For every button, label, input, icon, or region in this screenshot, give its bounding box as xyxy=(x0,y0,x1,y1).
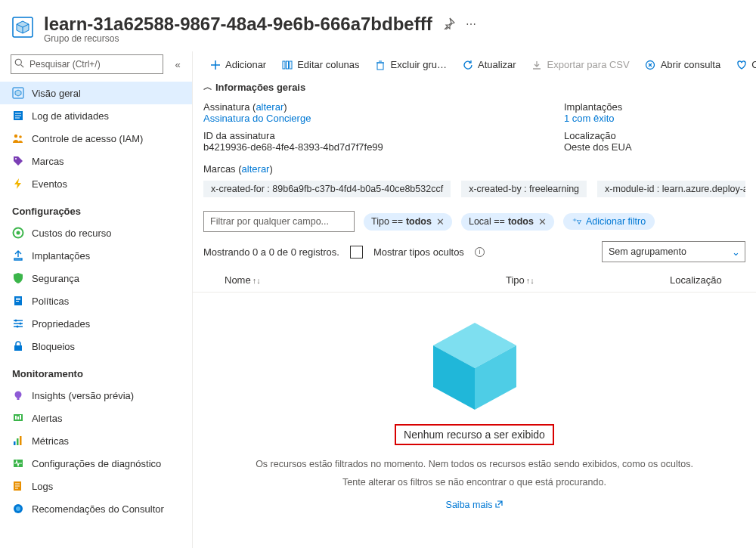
svg-rect-33 xyxy=(14,441,16,445)
sidebar-item-iam[interactable]: Controle de acesso (IAM) xyxy=(0,127,192,150)
svg-point-13 xyxy=(15,158,17,159)
sidebar-item-label: Bloqueios xyxy=(32,341,75,352)
svg-point-3 xyxy=(15,59,21,65)
svg-point-11 xyxy=(14,135,17,138)
sidebar-item-label: Visão geral xyxy=(32,88,81,99)
sidebar-item-cost[interactable]: Custos do recurso xyxy=(0,221,192,244)
sidebar-item-label: Configurações de diagnóstico xyxy=(32,458,161,469)
add-button[interactable]: Adicionar xyxy=(203,56,272,73)
sidebar-item-security[interactable]: Segurança xyxy=(0,267,192,289)
essentials-panel: ︿ Informações gerais Assinatura (alterar… xyxy=(193,78,756,205)
more-icon[interactable]: ⋯ xyxy=(466,18,476,30)
change-tags-link[interactable]: alterar xyxy=(242,163,270,175)
sidebar-item-label: Custos do recurso xyxy=(32,228,112,239)
sidebar-item-label: Marcas xyxy=(32,156,64,167)
svg-marker-6 xyxy=(15,90,21,96)
chevron-down-icon: ⌄ xyxy=(732,246,740,258)
tag-pill[interactable]: x-module-id : learn.azure.deploy-az xyxy=(597,181,745,197)
shield-icon xyxy=(12,272,24,284)
close-icon[interactable]: ✕ xyxy=(537,216,547,228)
comment-button[interactable]: Coment… xyxy=(730,56,756,73)
sidebar-item-locks[interactable]: Bloqueios xyxy=(0,335,192,358)
sidebar-item-activity-log[interactable]: Log de atividades xyxy=(0,104,192,127)
sidebar-search-input[interactable] xyxy=(11,54,163,74)
open-query-button[interactable]: Abrir consulta xyxy=(639,56,727,73)
logs-icon xyxy=(12,480,24,492)
collapse-sidebar-button[interactable]: « xyxy=(171,59,184,70)
column-name[interactable]: Nome↑↓ xyxy=(203,274,506,286)
delete-button[interactable]: Excluir gru… xyxy=(369,56,453,73)
essentials-toggle[interactable]: ︿ Informações gerais xyxy=(203,81,305,94)
sidebar-item-properties[interactable]: Propriedades xyxy=(0,312,192,335)
subscription-link[interactable]: Assinatura do Concierge xyxy=(203,113,311,124)
sidebar-item-events[interactable]: Eventos xyxy=(0,172,192,195)
svg-rect-17 xyxy=(16,298,20,299)
filter-pill-type[interactable]: Tipo == todos✕ xyxy=(364,213,452,231)
sidebar-item-policies[interactable]: Políticas xyxy=(0,289,192,312)
sidebar-item-label: Logs xyxy=(32,481,53,492)
download-icon xyxy=(531,59,543,70)
column-type[interactable]: Tipo↑↓ xyxy=(506,274,670,286)
sidebar-item-diagnostics[interactable]: Configurações de diagnóstico xyxy=(0,452,192,475)
sidebar-item-tags[interactable]: Marcas xyxy=(0,150,192,172)
resource-group-icon xyxy=(11,15,35,39)
sidebar-item-insights[interactable]: Insights (versão prévia) xyxy=(0,384,192,407)
svg-rect-18 xyxy=(16,299,20,300)
svg-point-15 xyxy=(17,231,20,235)
sidebar-item-metrics[interactable]: Métricas xyxy=(0,429,192,452)
svg-point-25 xyxy=(17,326,19,328)
properties-icon xyxy=(12,317,24,330)
pin-icon[interactable] xyxy=(443,17,455,32)
sidebar-section-monitoring: Monitoramento xyxy=(0,358,192,384)
sidebar-item-advisor[interactable]: Recomendações do Consultor xyxy=(0,497,192,520)
sidebar-section-settings: Configurações xyxy=(0,195,192,221)
refresh-icon xyxy=(462,59,473,70)
close-icon[interactable]: ✕ xyxy=(435,216,445,228)
info-icon[interactable]: i xyxy=(475,247,485,257)
tag-icon xyxy=(12,155,24,167)
sidebar-item-label: Implantações xyxy=(32,250,90,262)
svg-rect-35 xyxy=(20,436,22,445)
insights-icon xyxy=(12,389,24,401)
refresh-button[interactable]: Atualizar xyxy=(456,56,522,73)
sidebar-item-label: Segurança xyxy=(32,273,79,284)
diagnostics-icon xyxy=(12,457,24,469)
column-location[interactable]: Localização xyxy=(670,274,745,286)
learn-more-link[interactable]: Saiba mais xyxy=(446,500,503,510)
advisor-icon xyxy=(12,503,24,515)
change-subscription-link[interactable]: alterar xyxy=(256,101,284,113)
add-filter-button[interactable]: ⁺▿ Adicionar filtro xyxy=(563,213,655,230)
filter-input[interactable] xyxy=(203,211,355,232)
cube-icon xyxy=(422,315,528,413)
show-hidden-checkbox[interactable] xyxy=(350,246,363,259)
query-icon xyxy=(645,59,656,70)
empty-state: Nenhum recurso a ser exibido Os recursos… xyxy=(193,293,756,510)
svg-point-12 xyxy=(19,135,22,138)
sidebar-item-logs[interactable]: Logs xyxy=(0,475,192,497)
page-title: learn-31a62588-9867-48a4-9e6b-666a7bdbef… xyxy=(44,14,432,35)
tags-label: Marcas xyxy=(203,163,236,175)
empty-title: Nenhum recurso a ser exibido xyxy=(395,424,554,445)
subscription-id-label: ID da assinatura xyxy=(203,130,275,141)
tag-pill[interactable]: x-created-for : 89b6a9fb-c37b-4fd4-b0a5-… xyxy=(203,181,451,197)
tag-pill[interactable]: x-created-by : freelearning xyxy=(461,181,587,197)
external-link-icon xyxy=(495,500,503,510)
results-count: Mostrando 0 a 0 de 0 registros. xyxy=(203,246,339,258)
edit-columns-button[interactable]: Editar colunas xyxy=(275,56,365,73)
alerts-icon xyxy=(12,412,24,424)
sidebar-item-deployments[interactable]: Implantações xyxy=(0,244,192,267)
sidebar-item-label: Eventos xyxy=(32,178,67,190)
deployments-link[interactable]: 1 com êxito xyxy=(564,113,614,124)
filter-pill-location[interactable]: Local == todos✕ xyxy=(461,213,554,231)
results-row: Mostrando 0 a 0 de 0 registros. Mostrar … xyxy=(193,238,756,270)
sidebar-item-alerts[interactable]: Alertas xyxy=(0,407,192,429)
svg-rect-26 xyxy=(14,345,22,351)
sidebar-item-overview[interactable]: Visão geral xyxy=(0,82,192,104)
heart-icon xyxy=(736,59,747,70)
sidebar-item-label: Métricas xyxy=(32,435,69,447)
grouping-select[interactable]: Sem agrupamento ⌄ xyxy=(602,241,745,262)
sidebar-item-label: Insights (versão prévia) xyxy=(32,390,134,401)
svg-rect-31 xyxy=(17,416,19,420)
export-csv-button[interactable]: Exportar para CSV xyxy=(525,56,636,73)
metrics-icon xyxy=(12,435,24,447)
